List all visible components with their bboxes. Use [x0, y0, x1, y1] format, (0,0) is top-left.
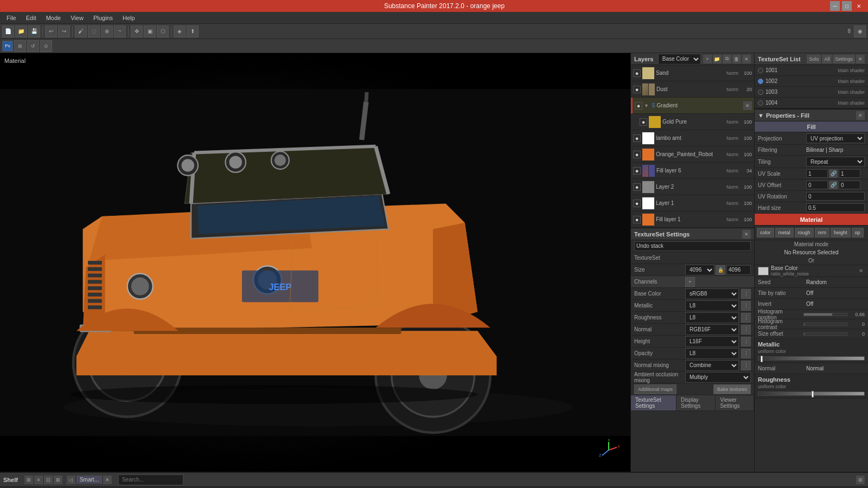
erase-tool[interactable]: ◌ [88, 25, 100, 37]
redo-button[interactable]: ↪ [58, 25, 70, 37]
layer-item[interactable]: ● Fill layer 1 Norm 100 [631, 211, 754, 228]
mat-height-button[interactable]: height [831, 228, 851, 237]
channel-opacity-row[interactable]: Opacity L8 ⋮ [631, 348, 754, 359]
tab-display-settings[interactable]: Display Settings [676, 395, 716, 410]
layer-visibility-toggle[interactable]: ● [633, 216, 641, 223]
ps-icon[interactable]: Ps [2, 41, 13, 52]
textureset-list-item[interactable]: 1001 Main shader [755, 65, 868, 76]
layer-visibility-toggle[interactable]: ● [633, 183, 641, 191]
menu-plugins[interactable]: Plugins [89, 14, 117, 22]
settings-button[interactable]: Settings [833, 55, 855, 63]
textureset-list-item[interactable]: 1002 Main shader [755, 76, 868, 87]
open-file-button[interactable]: 📁 [15, 25, 27, 37]
channel-roughness-row[interactable]: Roughness L8 ⋮ [631, 312, 754, 324]
channel-height-row[interactable]: Height L16F ⋮ [631, 336, 754, 348]
normal-mixing-options[interactable]: ⋮ [741, 361, 751, 370]
ps-sub2[interactable]: ↺ [27, 40, 39, 52]
mat-op-button[interactable]: op [852, 228, 864, 237]
mat-nrm-button[interactable]: nrm [815, 228, 830, 237]
base-color-close[interactable]: ✕ [857, 267, 865, 275]
select-tool[interactable]: ⬡ [157, 25, 169, 37]
fill-tool[interactable]: ▣ [144, 25, 156, 37]
channel-metallic-row[interactable]: Metallic L8 ⋮ [631, 300, 754, 312]
channel-normal-options[interactable]: ⋮ [741, 325, 751, 335]
layer-visibility-toggle[interactable]: ● [633, 69, 641, 77]
mat-metal-button[interactable]: metal [775, 228, 794, 237]
undo-button[interactable]: ↩ [45, 25, 57, 37]
layers-channel-dropdown[interactable]: Base Color Metallic Roughness [658, 54, 701, 65]
all-button[interactable]: All [822, 55, 832, 63]
channel-options-button[interactable]: ⋮ [741, 289, 751, 299]
shelf-tab-label[interactable]: Smart... [76, 476, 102, 484]
layer-item[interactable]: ● Orange_Painted_Robot Norm 100 [631, 146, 754, 163]
layer-visibility-toggle[interactable]: ● [633, 134, 641, 142]
channel-metallic-options[interactable]: ⋮ [741, 301, 751, 311]
textureset-list-close[interactable]: ✕ [856, 55, 865, 63]
add-channel-button[interactable]: + [685, 277, 695, 287]
mat-color-button[interactable]: color [757, 228, 774, 237]
mat-rough-button[interactable]: rough [795, 228, 814, 237]
additional-maps-button[interactable]: Additional maps [634, 384, 676, 394]
close-button[interactable]: ✕ [854, 1, 864, 11]
projection-dropdown[interactable]: UV projection [806, 133, 865, 143]
opacity-format[interactable]: L8 [685, 348, 739, 359]
normal-mixing-dropdown[interactable]: Combine [685, 360, 739, 371]
normal-format[interactable]: RGB16F [685, 324, 739, 335]
shelf-btn3[interactable]: ⊡ [44, 476, 53, 484]
solo-button[interactable]: Solo [807, 55, 821, 63]
menu-mode[interactable]: Mode [42, 14, 66, 22]
uv-scale-x[interactable] [806, 169, 828, 178]
channel-normal-row[interactable]: Normal RGB16F ⋮ [631, 324, 754, 336]
layer-visibility-toggle[interactable]: ● [635, 102, 642, 110]
base-color-swatch[interactable] [758, 267, 769, 275]
uv-rotation-input[interactable] [806, 192, 865, 201]
uv-offset-link[interactable]: 🔗 [829, 181, 838, 189]
hard-size-input[interactable] [806, 203, 865, 212]
shelf-btn2[interactable]: ≡ [34, 476, 43, 484]
new-file-button[interactable]: 📄 [2, 25, 14, 37]
collapse-icon[interactable]: ▼ [758, 112, 764, 119]
minimize-button[interactable]: ─ [830, 1, 840, 11]
layer-item[interactable]: ● lambo amt Norm 100 [631, 130, 754, 146]
layer-item[interactable]: ● Layer 1 Norm 100 [631, 195, 754, 211]
menu-file[interactable]: File [2, 14, 21, 22]
textureset-radio[interactable] [758, 68, 763, 73]
transform-tool[interactable]: ✥ [131, 25, 143, 37]
roughness-format[interactable]: L8 [685, 312, 739, 323]
lock-button[interactable]: 🔒 [716, 265, 725, 275]
uv-scale-y[interactable] [839, 169, 860, 178]
save-button[interactable]: 💾 [28, 25, 40, 37]
layer-visibility-toggle[interactable]: ● [633, 167, 641, 175]
brush-size-icon[interactable]: ◉ [854, 25, 866, 37]
base-color-format[interactable]: sRGB8 [685, 288, 739, 299]
group-toggle[interactable]: ▼ [644, 103, 649, 108]
menu-help[interactable]: Help [118, 14, 139, 22]
layer-item[interactable]: ● Dust Norm 20 [631, 81, 754, 98]
textureset-radio[interactable] [758, 89, 763, 95]
delete-layer-button[interactable]: 🗑 [732, 55, 741, 63]
layer-visibility-toggle[interactable]: ● [633, 200, 641, 207]
layer-item[interactable]: ● ▼ S Gradient ✕ [631, 98, 754, 114]
maximize-button[interactable]: □ [842, 1, 852, 11]
size-input[interactable] [726, 265, 751, 275]
undo-stack-input[interactable] [634, 241, 751, 251]
layers-close-button[interactable]: ✕ [742, 55, 751, 63]
channel-opacity-options[interactable]: ⋮ [741, 349, 751, 358]
roughness-slider[interactable] [758, 391, 865, 396]
tiling-dropdown[interactable]: Repeat [806, 157, 865, 166]
layer-item[interactable]: ● Layer 2 Norm 100 [631, 179, 754, 195]
shelf-btn1[interactable]: ⊞ [24, 476, 33, 484]
close-group-button[interactable]: ✕ [743, 101, 752, 110]
smudge-tool[interactable]: ~ [114, 25, 126, 37]
size-offset-bar[interactable] [803, 332, 848, 336]
uv-scale-link[interactable]: 🔗 [829, 169, 838, 178]
export-button[interactable]: ⬆ [187, 25, 199, 37]
uv-offset-x[interactable] [806, 181, 828, 189]
layer-item[interactable]: ● Sand Norm 100 [631, 65, 754, 81]
channel-roughness-options[interactable]: ⋮ [741, 313, 751, 323]
histogram-contrast-bar[interactable] [803, 323, 848, 326]
paint-tool[interactable]: 🖌 [75, 25, 87, 37]
ps-sub3[interactable]: ⊙ [40, 40, 52, 52]
layer-visibility-toggle[interactable]: ● [633, 86, 641, 93]
ao-mixing-dropdown[interactable]: Multiply [685, 372, 751, 383]
